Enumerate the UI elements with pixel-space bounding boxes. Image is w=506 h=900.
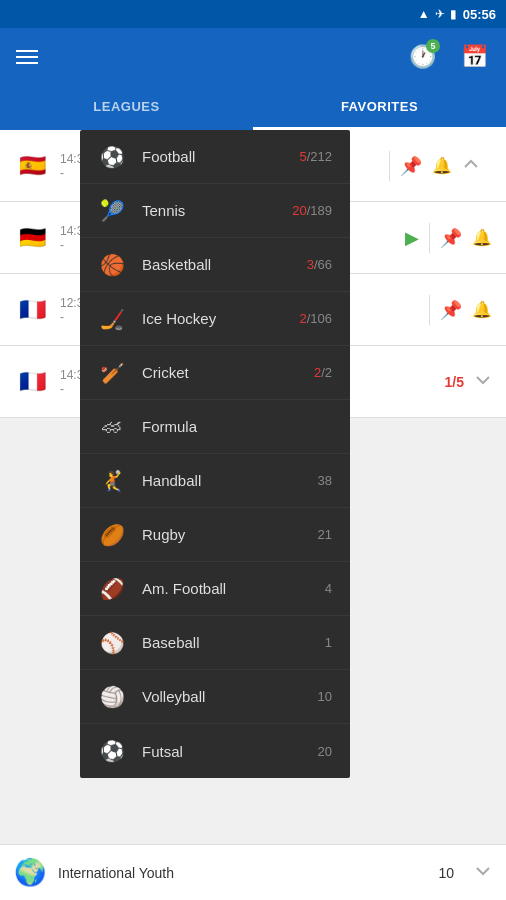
menu-item-football[interactable]: ⚽ Football 5/212 xyxy=(80,130,350,184)
status-time: 05:56 xyxy=(463,7,496,22)
menu-label-am-football: Am. Football xyxy=(142,580,309,597)
menu-label-handball: Handball xyxy=(142,472,302,489)
menu-item-formula[interactable]: 🏎 Formula xyxy=(80,400,350,454)
flag-france2: 🇫🇷 xyxy=(14,364,50,400)
divider xyxy=(389,151,390,181)
baseball-icon: ⚾ xyxy=(98,629,126,657)
notification-button[interactable]: 🕐 5 xyxy=(402,37,442,77)
menu-label-ice-hockey: Ice Hockey xyxy=(142,310,283,327)
menu-item-baseball[interactable]: ⚾ Baseball 1 xyxy=(80,616,350,670)
world-icon: 🌍 xyxy=(14,857,46,888)
menu-count-futsal: 20 xyxy=(318,744,332,759)
tennis-icon: 🎾 xyxy=(98,197,126,225)
hamburger-button[interactable] xyxy=(12,46,42,68)
menu-count-handball: 38 xyxy=(318,473,332,488)
cricket-icon: 🏏 xyxy=(98,359,126,387)
menu-count-ice-hockey: 2/106 xyxy=(299,311,332,326)
menu-label-basketball: Basketball xyxy=(142,256,291,273)
chevron-down-icon[interactable] xyxy=(474,371,492,393)
menu-label-baseball: Baseball xyxy=(142,634,309,651)
bottom-count: 10 xyxy=(438,865,454,881)
bottom-bar[interactable]: 🌍 International Youth 10 xyxy=(0,844,506,900)
battery-icon: ▮ xyxy=(450,7,457,21)
flag-spain: 🇪🇸 xyxy=(14,148,50,184)
menu-label-tennis: Tennis xyxy=(142,202,276,219)
menu-label-rugby: Rugby xyxy=(142,526,302,543)
bell-icon[interactable]: 🔔 xyxy=(472,228,492,247)
menu-item-rugby[interactable]: 🏉 Rugby 21 xyxy=(80,508,350,562)
menu-count-football: 5/212 xyxy=(299,149,332,164)
main-content: 🇪🇸 14:30 - 📌 🔔 🇩🇪 14:30 - ▶ 📌 🔔 xyxy=(0,130,506,900)
menu-label-volleyball: Volleyball xyxy=(142,688,302,705)
menu-count-rugby: 21 xyxy=(318,527,332,542)
pin-icon[interactable]: 📌 xyxy=(440,227,462,249)
menu-count-tennis: 20/189 xyxy=(292,203,332,218)
rugby-icon: 🏉 xyxy=(98,521,126,549)
menu-count-cricket: 2/2 xyxy=(314,365,332,380)
tab-favorites[interactable]: FAVORITES xyxy=(253,86,506,130)
menu-label-football: Football xyxy=(142,148,283,165)
menu-label-futsal: Futsal xyxy=(142,743,302,760)
tab-leagues[interactable]: LEAGUES xyxy=(0,86,253,130)
chevron-down-icon[interactable] xyxy=(474,862,492,884)
menu-item-futsal[interactable]: ⚽ Futsal 20 xyxy=(80,724,350,778)
menu-label-cricket: Cricket xyxy=(142,364,298,381)
menu-item-cricket[interactable]: 🏏 Cricket 2/2 xyxy=(80,346,350,400)
wifi-icon: ▲ xyxy=(418,7,430,21)
bottom-label: International Youth xyxy=(58,865,426,881)
ice-hockey-icon: 🏒 xyxy=(98,305,126,333)
menu-item-volleyball[interactable]: 🏐 Volleyball 10 xyxy=(80,670,350,724)
bell-icon[interactable]: 🔔 xyxy=(432,156,452,175)
handball-icon: 🤾 xyxy=(98,467,126,495)
formula-icon: 🏎 xyxy=(98,413,126,441)
menu-item-am-football[interactable]: 🏈 Am. Football 4 xyxy=(80,562,350,616)
volleyball-icon: 🏐 xyxy=(98,683,126,711)
pin-icon[interactable]: 📌 xyxy=(400,155,422,177)
chevron-up-icon[interactable] xyxy=(462,155,492,177)
tabs: LEAGUES FAVORITES xyxy=(0,86,506,130)
airplane-icon: ✈ xyxy=(435,7,445,21)
menu-count-am-football: 4 xyxy=(325,581,332,596)
pagination-score: 1/5 xyxy=(445,374,464,390)
menu-count-basketball: 3/66 xyxy=(307,257,332,272)
status-icons: ▲ ✈ ▮ xyxy=(418,7,457,21)
divider xyxy=(429,223,430,253)
menu-item-tennis[interactable]: 🎾 Tennis 20/189 xyxy=(80,184,350,238)
calendar-button[interactable]: 📅 xyxy=(454,37,494,77)
menu-item-basketball[interactable]: 🏀 Basketball 3/66 xyxy=(80,238,350,292)
pin-icon[interactable]: 📌 xyxy=(440,299,462,321)
futsal-icon: ⚽ xyxy=(98,737,126,765)
basketball-icon: 🏀 xyxy=(98,251,126,279)
menu-label-formula: Formula xyxy=(142,418,316,435)
menu-count-baseball: 1 xyxy=(325,635,332,650)
menu-item-ice-hockey[interactable]: 🏒 Ice Hockey 2/106 xyxy=(80,292,350,346)
sports-dropdown: ⚽ Football 5/212 🎾 Tennis 20/189 🏀 Baske… xyxy=(80,130,350,778)
play-icon[interactable]: ▶ xyxy=(405,227,419,249)
calendar-icon: 📅 xyxy=(461,44,488,70)
flag-france: 🇫🇷 xyxy=(14,292,50,328)
status-bar: ▲ ✈ ▮ 05:56 xyxy=(0,0,506,28)
bell-icon[interactable]: 🔔 xyxy=(472,300,492,319)
notification-badge: 5 xyxy=(426,39,440,53)
menu-item-handball[interactable]: 🤾 Handball 38 xyxy=(80,454,350,508)
header: 🕐 5 📅 xyxy=(0,28,506,86)
am-football-icon: 🏈 xyxy=(98,575,126,603)
menu-count-volleyball: 10 xyxy=(318,689,332,704)
divider xyxy=(429,295,430,325)
football-icon: ⚽ xyxy=(98,143,126,171)
flag-germany: 🇩🇪 xyxy=(14,220,50,256)
